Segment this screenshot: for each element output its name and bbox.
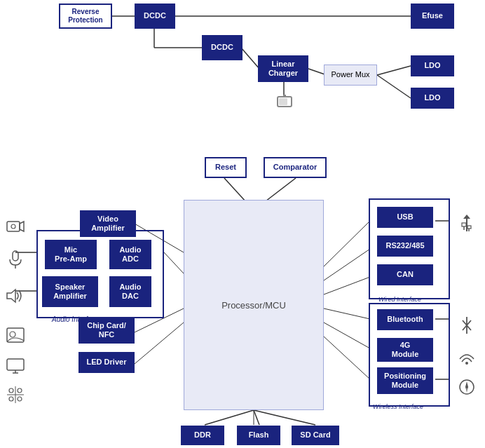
compass-icon [454,374,479,400]
camera-icon [3,214,28,239]
mic-icon [3,247,28,272]
ldo1-block: LDO [411,55,454,76]
svg-point-46 [9,388,13,393]
svg-line-14 [254,410,315,425]
svg-line-17 [324,249,370,280]
module-4g-block: 4G Module [377,338,433,362]
comparator-block: Comparator [264,157,327,178]
audio-adc-block: Audio ADC [109,240,151,269]
efuse-block: Efuse [411,4,454,29]
wired-interface-label: Wired Interface [378,296,421,303]
rs232-block: RS232/485 [377,236,433,257]
svg-line-8 [377,75,411,98]
dcdc1-block: DCDC [135,4,175,29]
battery-icon [273,91,296,114]
power-mux-block: Power Mux [324,65,377,86]
svg-point-48 [9,397,13,401]
led-driver-block: LED Driver [78,352,135,373]
usb-block: USB [377,207,433,228]
svg-rect-38 [13,251,18,261]
reverse-protection-block: Reverse Protection [59,4,112,29]
dcdc2-block: DCDC [202,35,242,60]
svg-point-62 [465,386,468,388]
svg-rect-54 [462,223,466,226]
svg-point-42 [10,332,15,337]
svg-line-5 [241,48,259,69]
linear-charger-block: Linear Charger [258,55,308,82]
svg-point-58 [465,362,468,365]
mic-preamp-block: Mic Pre-Amp [45,240,97,269]
svg-rect-35 [7,222,20,231]
svg-point-49 [18,397,22,401]
svg-line-21 [324,337,370,379]
audio-dac-block: Audio DAC [109,276,151,307]
sd-card-block: SD Card [292,426,339,445]
svg-rect-34 [279,98,287,105]
svg-marker-40 [7,290,15,302]
wireless-interface-label: Wireless Interface [373,403,423,410]
reset-block: Reset [205,157,247,178]
processor-mcu-block: Processor/MCU [184,200,324,410]
chip-card-nfc-block: Chip Card/ NFC [78,317,135,344]
bluetooth-block: Bluetooth [377,309,433,330]
people-icon [3,382,28,407]
svg-line-12 [205,410,254,425]
svg-rect-33 [283,95,286,97]
svg-rect-56 [467,226,471,229]
svg-rect-43 [7,359,24,370]
svg-line-30 [135,323,184,364]
svg-point-47 [18,388,22,393]
svg-line-16 [324,221,370,266]
speaker-icon [3,283,28,308]
svg-line-7 [377,66,411,75]
positioning-module-block: Positioning Module [377,367,433,394]
flash-block: Flash [237,426,280,445]
ldo2-block: LDO [411,88,454,109]
svg-line-18 [324,277,370,294]
svg-marker-36 [20,222,24,231]
display-icon [3,353,28,379]
svg-line-19 [324,308,370,319]
bluetooth-icon [454,313,479,338]
wireless-icon [454,344,479,369]
speaker-amplifier-block: Speaker Amplifier [42,276,98,307]
svg-line-20 [324,323,370,348]
can-block: CAN [377,264,433,285]
svg-marker-53 [463,215,470,219]
ddr-block: DDR [181,426,224,445]
usb-icon [454,212,479,237]
video-amplifier-block: Video Amplifier [80,210,136,237]
svg-point-37 [11,224,15,229]
svg-line-22 [164,252,184,273]
contact-icon [3,323,28,348]
svg-line-13 [254,410,259,425]
